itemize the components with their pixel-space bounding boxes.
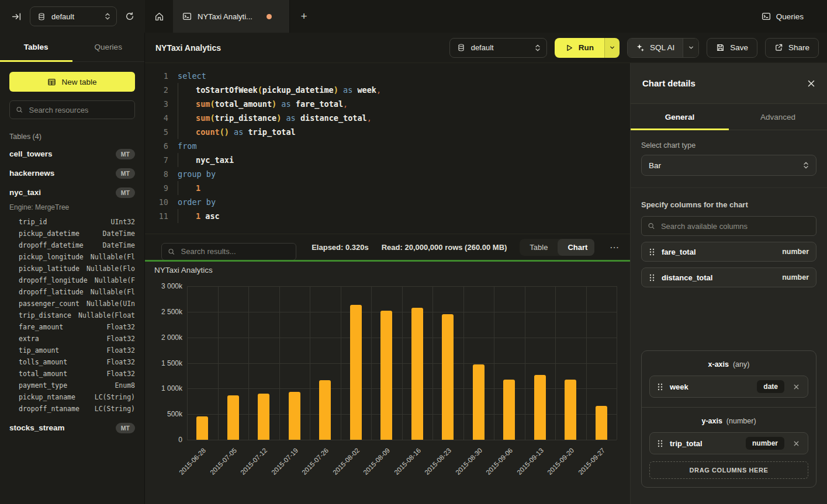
axes-config-box: x-axis (any) week date y-axis (number — [641, 350, 816, 488]
sidebar-item-nyc-taxi[interactable]: nyc_taxi MT — [0, 183, 144, 202]
available-column-fare-total[interactable]: fare_total number — [641, 242, 816, 262]
indent-guide — [178, 83, 196, 97]
elapsed-stat: Elapsed: 0.320s — [312, 243, 369, 252]
remove-y-column-button[interactable] — [791, 440, 802, 447]
y-axis-column-trip-total[interactable]: trip_total number — [649, 432, 808, 454]
query-actions: default Run — [449, 38, 819, 58]
x-tick-label: 2015-09-20 — [546, 447, 576, 476]
chart-bar — [319, 380, 331, 440]
y-axis-hint: (number) — [726, 417, 756, 425]
v-gridline — [371, 286, 372, 440]
sidebar-tab-tables[interactable]: Tables — [0, 33, 72, 61]
available-column-distance-total[interactable]: distance_total number — [641, 267, 816, 287]
y-tick-label: 3 000k — [147, 282, 182, 290]
unsaved-dot — [267, 14, 272, 19]
results-toolbar: Elapsed: 0.320s Read: 20,000,000 rows (2… — [145, 234, 630, 260]
x-axis-column-week[interactable]: week date — [649, 376, 808, 398]
panel-tab-general[interactable]: General — [631, 104, 729, 130]
engine-label: Engine: MergeTree — [0, 202, 144, 215]
collapse-sidebar-icon[interactable] — [12, 12, 22, 22]
table-toggle-label: Table — [530, 243, 548, 252]
advanced-tab-label: Advanced — [760, 113, 795, 121]
run-button-group: Run — [555, 38, 620, 58]
column-type: number — [782, 248, 809, 256]
sidebar-item-hackernews[interactable]: hackernews MT — [0, 164, 144, 183]
remove-x-column-button[interactable] — [791, 384, 802, 390]
x-tick-label: 2015-09-27 — [577, 447, 606, 476]
table-name: stocks_stream — [9, 423, 65, 432]
code-line: 8group by — [153, 167, 630, 181]
tab-nytaxi-analytics[interactable]: NYTaxi Analyti... — [173, 0, 290, 33]
code-line: 91 — [153, 181, 630, 195]
schema-column-row: trip_distanceNullable(Float — [19, 310, 135, 321]
v-gridline — [463, 286, 464, 440]
run-database-value: default — [471, 43, 529, 52]
close-panel-button[interactable] — [807, 79, 815, 88]
x-tick-label: 2015-07-19 — [270, 447, 299, 476]
type-badge: number — [746, 437, 784, 450]
chart-bar — [442, 314, 454, 440]
sidebar-search-input[interactable] — [27, 105, 129, 115]
drop-zone[interactable]: DRAG COLUMNS HERE — [649, 461, 808, 479]
sidebar-tab-queries[interactable]: Queries — [72, 33, 145, 61]
columns-search-input[interactable] — [660, 221, 810, 231]
x-axis-hint: (any) — [733, 360, 749, 369]
run-database-selector[interactable]: default — [449, 38, 547, 58]
more-options-button[interactable]: ⋯ — [607, 242, 622, 253]
column-list: trip_idUInt32pickup_datetimeDateTimedrop… — [0, 215, 144, 418]
sidebar-tab-tables-label: Tables — [24, 43, 49, 51]
plus-icon: + — [300, 10, 307, 23]
code-line: 10order by — [153, 195, 630, 209]
query-title: NYTaxi Analytics — [155, 43, 221, 53]
refresh-icon[interactable] — [125, 12, 134, 21]
sidebar-tab-queries-label: Queries — [95, 43, 122, 51]
editor-column: 1select2toStartOfWeek(pickup_datetime) a… — [145, 63, 630, 504]
close-icon — [807, 79, 815, 88]
sidebar-item-stocks-stream[interactable]: stocks_stream MT — [0, 418, 144, 437]
chart-type-select[interactable]: Bar — [641, 155, 816, 176]
sql-editor[interactable]: 1select2toStartOfWeek(pickup_datetime) a… — [145, 63, 630, 234]
schema-column-row: pickup_longitudeNullable(Fl — [19, 251, 135, 263]
results-search-input[interactable] — [180, 246, 290, 256]
sidebar-item-cell-towers[interactable]: cell_towers MT — [0, 144, 144, 164]
sql-ai-button[interactable]: SQL AI — [628, 39, 683, 57]
code-line: 111 asc — [153, 209, 630, 223]
y-tick-label: 1 500k — [147, 359, 182, 367]
sql-ai-options-button[interactable] — [683, 39, 698, 57]
line-number: 2 — [153, 83, 168, 97]
x-tick-label: 2015-08-09 — [362, 447, 392, 476]
database-selector[interactable]: default — [30, 6, 117, 26]
new-table-button[interactable]: New table — [9, 72, 135, 92]
engine-badge: MT — [116, 168, 135, 179]
v-gridline — [279, 286, 280, 440]
queries-button[interactable]: Queries — [762, 0, 827, 33]
divider — [631, 187, 827, 188]
panel-body: Select chart type Bar Specify columns fo… — [631, 130, 827, 504]
share-button[interactable]: Share — [765, 38, 819, 58]
columns-search — [641, 216, 816, 236]
code-line: 2toStartOfWeek(pickup_datetime) as week, — [153, 83, 630, 97]
new-tab-button[interactable]: + — [290, 0, 318, 33]
chevron-down-icon — [609, 44, 615, 51]
run-options-button[interactable] — [604, 38, 620, 58]
save-button[interactable]: Save — [707, 38, 757, 58]
chart-bar — [411, 308, 423, 440]
v-gridline — [494, 286, 494, 440]
sidebar-tabs: Tables Queries — [0, 33, 144, 62]
panel-tab-advanced[interactable]: Advanced — [729, 104, 827, 130]
code-line: 7nyc_taxi — [153, 153, 630, 167]
engine-badge: MT — [116, 187, 135, 198]
view-toggle-table[interactable]: Table — [520, 239, 558, 256]
v-gridline — [218, 286, 219, 440]
run-button[interactable]: Run — [555, 38, 604, 58]
drag-handle-icon — [649, 273, 655, 282]
home-tab[interactable] — [145, 0, 173, 33]
chart-title: NYTaxi Analytics — [154, 266, 213, 274]
share-label: Share — [788, 43, 809, 52]
indent-guide — [178, 97, 196, 111]
x-axis-header: x-axis (any) — [649, 360, 808, 369]
save-label: Save — [730, 43, 748, 52]
y-tick-label: 1 000k — [147, 384, 182, 392]
view-toggle-chart[interactable]: Chart — [558, 239, 594, 256]
line-number: 3 — [153, 97, 168, 111]
